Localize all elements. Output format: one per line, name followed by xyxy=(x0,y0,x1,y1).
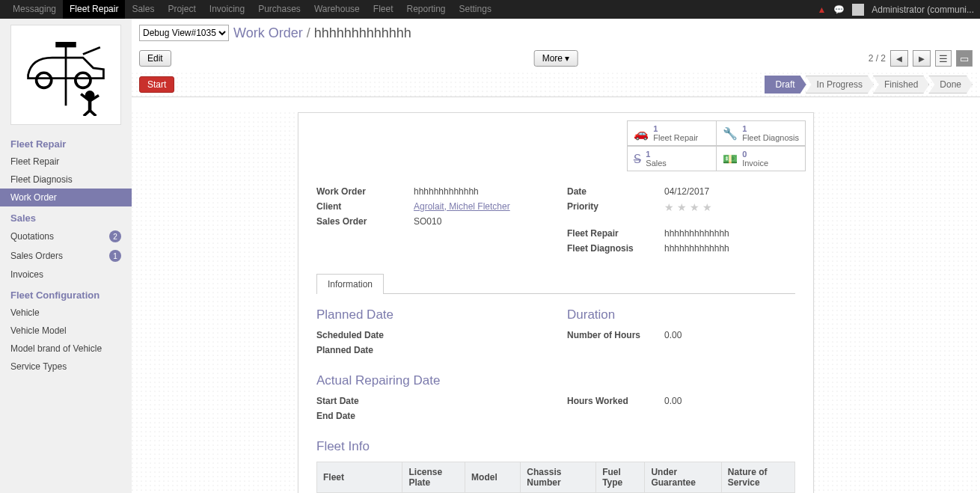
star-icon[interactable]: ★ xyxy=(677,201,687,213)
label-client: Client xyxy=(316,201,414,212)
stat-fleet-diagnosis[interactable]: 🔧 1Fleet Diagnosis xyxy=(716,120,806,146)
app-logo xyxy=(10,25,121,125)
sidebar-item-vehicle[interactable]: Vehicle xyxy=(0,304,132,322)
strikethrough-icon: S̶ xyxy=(634,152,641,166)
list-view-button[interactable]: ☰ xyxy=(935,50,952,67)
menu-warehouse[interactable]: Warehouse xyxy=(307,0,367,19)
section-planned-date: Planned Date xyxy=(316,307,545,322)
menu-fleet-repair[interactable]: Fleet Repair xyxy=(63,0,125,19)
sidebar-section-fleet-repair[interactable]: Fleet Repair xyxy=(0,132,132,153)
sidebar-item-model-brand[interactable]: Model brand of Vehicle xyxy=(0,340,132,358)
sidebar-item-sales-orders[interactable]: Sales Orders1 xyxy=(0,246,132,266)
th-fleet[interactable]: Fleet xyxy=(317,462,402,493)
pager: 2 / 2 xyxy=(869,53,886,64)
label-hours-worked: Hours Worked xyxy=(567,396,664,406)
money-icon: 💵 xyxy=(723,152,738,166)
label-end-date: End Date xyxy=(316,411,414,421)
alert-icon[interactable]: ▲ xyxy=(817,4,826,15)
svg-point-1 xyxy=(76,73,91,88)
priority-stars[interactable]: ★★★★ xyxy=(664,201,795,213)
sidebar-section-sales[interactable]: Sales xyxy=(0,206,132,227)
breadcrumb-title: hhhhhhhhhhhhh xyxy=(314,25,411,40)
value-hours-worked: 0.00 xyxy=(664,396,795,406)
value-sales-order: SO010 xyxy=(414,216,545,227)
chat-icon[interactable]: 💬 xyxy=(833,4,845,15)
debug-view-select[interactable]: Debug View#1035 xyxy=(139,25,229,41)
fleet-repair-logo-icon xyxy=(17,34,114,116)
sidebar-section-fleet-config[interactable]: Fleet Configuration xyxy=(0,284,132,304)
label-scheduled-date: Scheduled Date xyxy=(316,330,414,340)
car-icon: 🚗 xyxy=(634,126,649,141)
status-done[interactable]: Done xyxy=(928,76,973,94)
star-icon[interactable]: ★ xyxy=(690,201,699,213)
chevron-down-icon: ▾ xyxy=(565,53,569,64)
label-fleet-diagnosis: Fleet Diagnosis xyxy=(567,243,664,254)
status-bar: Draft In Progress Finished Done xyxy=(765,76,973,94)
th-model[interactable]: Model xyxy=(465,462,521,493)
form-view-button[interactable]: ▭ xyxy=(956,50,973,67)
menu-project[interactable]: Project xyxy=(161,0,202,19)
menu-settings[interactable]: Settings xyxy=(453,0,498,19)
sidebar-item-service-types[interactable]: Service Types xyxy=(0,358,132,376)
stat-invoice[interactable]: 💵 0Invoice xyxy=(716,146,806,171)
menu-fleet[interactable]: Fleet xyxy=(367,0,400,19)
menu-messaging[interactable]: Messaging xyxy=(6,0,63,19)
stat-sales[interactable]: S̶ 1Sales xyxy=(627,146,717,171)
svg-point-0 xyxy=(37,73,52,88)
edit-button[interactable]: Edit xyxy=(139,50,171,67)
value-fleet-diagnosis: hhhhhhhhhhhhh xyxy=(664,243,795,254)
menu-sales[interactable]: Sales xyxy=(125,0,161,19)
menu-reporting[interactable]: Reporting xyxy=(399,0,452,19)
label-priority: Priority xyxy=(567,201,664,213)
sidebar-item-fleet-repair[interactable]: Fleet Repair xyxy=(0,153,132,171)
fleet-table: Fleet License Plate Model Chassis Number… xyxy=(316,462,795,493)
avatar[interactable] xyxy=(852,4,864,16)
label-fleet-repair: Fleet Repair xyxy=(567,228,664,239)
more-button[interactable]: More ▾ xyxy=(534,50,578,67)
sidebar-item-work-order[interactable]: Work Order xyxy=(0,189,132,206)
prev-button[interactable]: ◄ xyxy=(890,50,908,67)
quotations-badge: 2 xyxy=(109,230,121,242)
stat-fleet-repair[interactable]: 🚗 1Fleet Repair xyxy=(627,120,717,146)
menu-purchases[interactable]: Purchases xyxy=(251,0,307,19)
breadcrumb-root[interactable]: Work Order xyxy=(233,25,303,40)
value-work-order: hhhhhhhhhhhhh xyxy=(414,186,545,197)
label-date: Date xyxy=(567,186,664,197)
wrench-icon: 🔧 xyxy=(723,126,738,141)
top-menu-bar: Messaging Fleet Repair Sales Project Inv… xyxy=(0,0,980,19)
th-fuel-type[interactable]: Fuel Type xyxy=(596,462,645,493)
label-start-date: Start Date xyxy=(316,396,414,406)
next-button[interactable]: ► xyxy=(913,50,931,67)
th-nature[interactable]: Nature of Service xyxy=(721,462,794,493)
label-sales-order: Sales Order xyxy=(316,216,414,227)
value-date: 04/12/2017 xyxy=(664,186,795,197)
section-actual-repairing: Actual Repairing Date xyxy=(316,373,545,388)
status-in-progress[interactable]: In Progress xyxy=(806,76,874,94)
svg-rect-3 xyxy=(55,42,76,47)
menu-invoicing[interactable]: Invoicing xyxy=(203,0,251,19)
sidebar-item-fleet-diagnosis[interactable]: Fleet Diagnosis xyxy=(0,171,132,189)
th-chassis[interactable]: Chassis Number xyxy=(521,462,596,493)
svg-line-4 xyxy=(83,47,100,54)
star-icon[interactable]: ★ xyxy=(702,201,712,213)
tab-information[interactable]: Information xyxy=(316,274,384,294)
label-num-hours: Number of Hours xyxy=(567,330,664,340)
svg-line-9 xyxy=(84,111,90,116)
user-menu[interactable]: Administrator (communi... xyxy=(872,4,974,15)
sidebar-item-quotations[interactable]: Quotations2 xyxy=(0,227,132,246)
status-finished[interactable]: Finished xyxy=(873,76,929,94)
th-guarantee[interactable]: Under Guarantee xyxy=(645,462,721,493)
sidebar-item-vehicle-model[interactable]: Vehicle Model xyxy=(0,322,132,340)
start-button[interactable]: Start xyxy=(139,76,174,93)
breadcrumb: Work Order / hhhhhhhhhhhhh xyxy=(233,25,411,41)
form-sheet: 🚗 1Fleet Repair 🔧 1Fleet Diagnosis S̶ 1S… xyxy=(298,112,814,493)
value-num-hours: 0.00 xyxy=(664,330,795,340)
star-icon[interactable]: ★ xyxy=(664,201,674,213)
th-license-plate[interactable]: License Plate xyxy=(402,462,465,493)
section-duration: Duration xyxy=(567,307,795,322)
sidebar-item-invoices[interactable]: Invoices xyxy=(0,266,132,284)
status-draft[interactable]: Draft xyxy=(765,76,806,94)
value-client[interactable]: Agrolait, Michel Fletcher xyxy=(414,201,510,212)
svg-line-10 xyxy=(90,111,96,116)
section-fleet-info: Fleet Info xyxy=(316,439,795,454)
